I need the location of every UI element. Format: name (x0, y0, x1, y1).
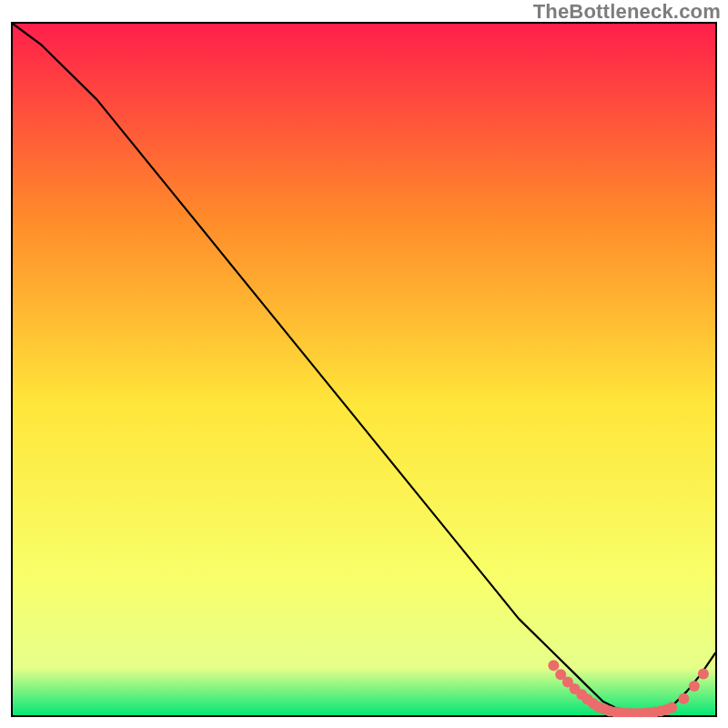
optimum-marker (548, 660, 559, 671)
optimum-marker (698, 668, 709, 679)
chart-svg (11, 22, 717, 717)
gradient-background (12, 23, 716, 716)
optimum-marker (666, 703, 677, 713)
watermark-text: TheBottleneck.com (533, 0, 721, 24)
optimum-marker (689, 681, 700, 692)
optimum-marker (678, 693, 689, 704)
plot-area (11, 22, 717, 717)
chart-stage: TheBottleneck.com (0, 0, 728, 728)
